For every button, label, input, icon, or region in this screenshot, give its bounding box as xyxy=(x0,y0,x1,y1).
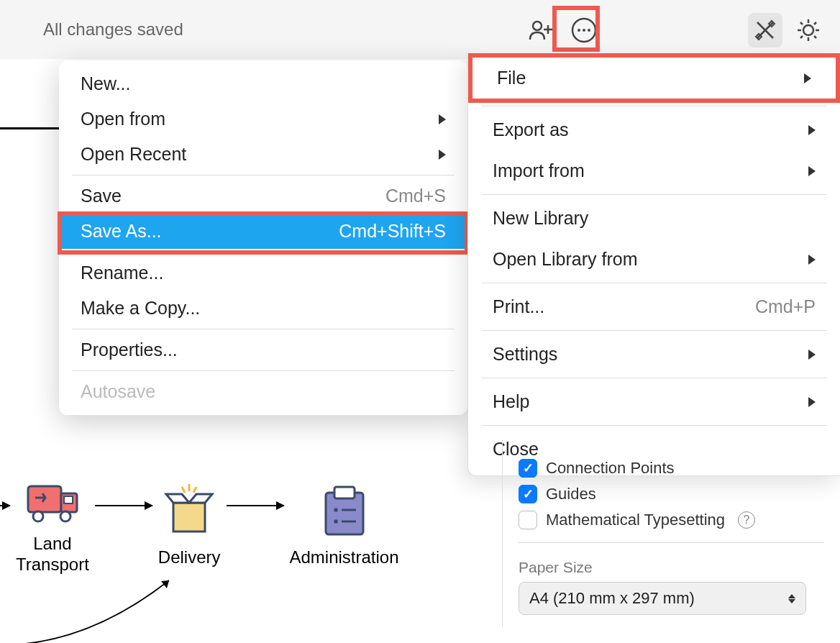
svg-line-14 xyxy=(800,36,803,38)
checkbox-math-typesetting[interactable]: Mathematical Typesetting ? xyxy=(519,511,824,529)
node-label: Land Transport xyxy=(16,534,89,575)
pencil-ruler-icon xyxy=(754,19,777,42)
theme-button[interactable] xyxy=(791,13,826,47)
menu-save-as[interactable]: Save As...Cmd+Shift+S xyxy=(59,214,467,249)
updown-icon xyxy=(788,594,795,603)
menu-new[interactable]: New... xyxy=(59,66,467,101)
shortcut-label: Cmd+P xyxy=(755,296,816,317)
menu-separator xyxy=(481,378,827,378)
menu-label: Help xyxy=(493,391,529,412)
menu-label: Import from xyxy=(493,160,585,181)
menu-label: File xyxy=(497,68,526,88)
node-label: Delivery xyxy=(158,547,221,568)
menu-label: Save xyxy=(81,186,122,206)
svg-rect-18 xyxy=(64,496,73,503)
menu-label: Settings xyxy=(493,344,557,365)
chevron-right-icon xyxy=(808,350,816,360)
svg-point-4 xyxy=(578,29,580,32)
svg-point-0 xyxy=(533,22,542,30)
menu-open-from[interactable]: Open from xyxy=(59,101,467,137)
svg-line-23 xyxy=(193,487,196,493)
node-delivery[interactable]: Delivery xyxy=(158,483,221,568)
menu-separator xyxy=(481,194,827,195)
more-button[interactable] xyxy=(567,13,601,47)
node-land-transport[interactable]: Land Transport xyxy=(16,476,89,575)
svg-point-19 xyxy=(33,511,43,521)
svg-rect-24 xyxy=(173,503,205,532)
paper-size-label: Paper Size xyxy=(519,559,824,576)
arrow-icon xyxy=(0,505,10,506)
clipboard-icon xyxy=(317,483,372,540)
menu-label: New... xyxy=(81,73,130,94)
menu-export-as[interactable]: Export as xyxy=(468,109,840,150)
truck-icon xyxy=(24,476,81,526)
menu-label: Export as xyxy=(493,119,569,140)
checkbox-icon xyxy=(519,511,537,529)
chevron-right-icon xyxy=(439,114,446,124)
menu-save[interactable]: SaveCmd+S xyxy=(59,178,467,214)
chevron-right-icon xyxy=(808,255,816,265)
help-icon[interactable]: ? xyxy=(738,511,755,529)
chevron-right-icon xyxy=(808,397,816,407)
checkbox-icon xyxy=(519,485,537,503)
panel-separator xyxy=(519,542,824,543)
svg-line-21 xyxy=(182,487,185,493)
checkbox-icon xyxy=(519,459,537,478)
menu-autosave[interactable]: Autosave xyxy=(59,374,467,409)
svg-line-12 xyxy=(800,22,803,24)
menu-label: Save As... xyxy=(81,221,162,242)
menu-file[interactable]: File xyxy=(468,53,840,103)
svg-rect-26 xyxy=(334,487,355,498)
more-horiz-icon xyxy=(571,17,597,43)
menu-label: Open Recent xyxy=(81,144,186,165)
node-label: Administration xyxy=(290,547,399,568)
menu-separator xyxy=(481,283,827,283)
design-tools-button[interactable] xyxy=(748,13,782,47)
menu-separator xyxy=(72,370,455,371)
svg-point-6 xyxy=(588,29,590,32)
arrow-icon xyxy=(95,505,152,506)
node-administration[interactable]: Administration xyxy=(290,483,399,568)
file-submenu: New... Open from Open Recent SaveCmd+S S… xyxy=(59,60,467,415)
svg-line-15 xyxy=(814,22,816,24)
checkbox-label: Connection Points xyxy=(546,459,675,478)
menu-separator xyxy=(481,106,827,106)
menu-label: Open from xyxy=(81,109,165,129)
topbar-icons xyxy=(524,13,826,47)
svg-line-13 xyxy=(814,36,816,38)
connector-curve xyxy=(0,577,180,643)
menu-label: Autosave xyxy=(81,381,155,402)
svg-point-20 xyxy=(60,511,70,521)
menu-label: Open Library from xyxy=(493,249,637,270)
format-panel: Connection Points Guides Mathematical Ty… xyxy=(502,440,840,626)
arrow-icon xyxy=(227,505,284,506)
menu-new-library[interactable]: New Library xyxy=(468,198,840,239)
diagram: Land Transport Delivery xyxy=(0,476,399,575)
menu-help[interactable]: Help xyxy=(468,381,840,422)
menu-separator xyxy=(481,330,827,331)
chevron-right-icon xyxy=(439,150,446,160)
box-open-icon xyxy=(160,483,218,540)
menu-separator xyxy=(72,252,455,252)
menu-print[interactable]: Print...Cmd+P xyxy=(468,286,840,327)
paper-size-select[interactable]: A4 (210 mm x 297 mm) xyxy=(519,582,806,615)
checkbox-guides[interactable]: Guides xyxy=(519,485,824,503)
menu-separator xyxy=(72,175,455,175)
menu-settings[interactable]: Settings xyxy=(468,334,840,375)
checkbox-connection-points[interactable]: Connection Points xyxy=(519,459,824,478)
share-button[interactable] xyxy=(524,13,558,47)
person-add-icon xyxy=(529,19,553,41)
menu-make-copy[interactable]: Make a Copy... xyxy=(59,291,467,326)
menu-open-recent[interactable]: Open Recent xyxy=(59,137,467,172)
shortcut-label: Cmd+S xyxy=(385,186,446,206)
menu-open-library-from[interactable]: Open Library from xyxy=(468,239,840,280)
checkbox-label: Guides xyxy=(546,485,596,503)
topbar: All changes saved xyxy=(0,0,840,59)
menu-label: Print... xyxy=(493,296,544,317)
menu-rename[interactable]: Rename... xyxy=(59,255,467,291)
menu-import-from[interactable]: Import from xyxy=(468,150,840,191)
menu-separator xyxy=(481,425,827,426)
page-edge xyxy=(0,127,59,129)
menu-properties[interactable]: Properties... xyxy=(59,332,467,368)
svg-point-7 xyxy=(803,25,813,35)
